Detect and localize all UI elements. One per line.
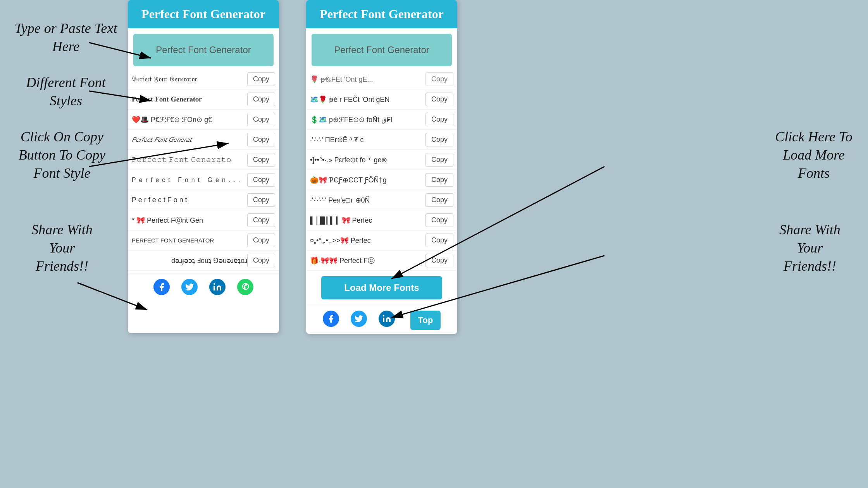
annotation-share-left: Share WithYourFriends!! bbox=[12, 221, 112, 275]
right1-copy-button-7[interactable]: Copy bbox=[425, 213, 453, 227]
right1-font-row-5: 🎃🎀 ƤЄƑ⊕ЄCT ƑÕÑ†g Copy bbox=[306, 170, 457, 190]
right1-font-row-0: 🌹 ᵽ€ᵲFEt 'Ont gE... Copy bbox=[306, 69, 457, 89]
left-phone-panel: Perfect Font Generator Perfect Font Gene… bbox=[128, 0, 279, 333]
right1-font-row-6: ·'·'·'·'·' Peя'e□т ⊕0Ñ Copy bbox=[306, 190, 457, 210]
right-panel-1-header: Perfect Font Generator bbox=[306, 0, 457, 28]
right1-font-row-1: 🗺️🌹 ᵽé r FEČt 'Ont gEN Copy bbox=[306, 89, 457, 110]
left-panel-title: Perfect Font Generator bbox=[133, 7, 274, 21]
right1-font-text-8: ¤„•°„.•..>>🎀 Perfec bbox=[310, 236, 425, 245]
font-row-9: PERFECT FONT GENERATOR Copy bbox=[128, 230, 279, 251]
font-text-5: 𝙿𝚎𝚛𝚏𝚎𝚌𝚝 𝙵𝚘𝚗𝚝 𝙶𝚎𝚗𝚎𝚛𝚊𝚝𝚘 bbox=[132, 156, 247, 164]
right1-font-text-9: 🎁·🎀🎀 Perfect Fⓒ bbox=[310, 256, 425, 265]
font-text-4: 𝘗𝘦𝘳𝘧𝘦𝘤𝘵 𝘍𝘰𝘯𝘵 𝘎𝘦𝘯𝘦𝘳𝘢𝘵 bbox=[132, 136, 247, 144]
copy-button-5[interactable]: Copy bbox=[247, 153, 275, 167]
right-panel-1-title: Perfect Font Generator bbox=[311, 7, 453, 21]
font-text-9: PERFECT FONT GENERATOR bbox=[132, 237, 247, 244]
right-panel-1-input[interactable]: Perfect Font Generator bbox=[312, 34, 452, 66]
copy-button-8[interactable]: Copy bbox=[247, 213, 275, 227]
font-text-6: Perfect Font Gen... bbox=[132, 177, 247, 184]
whatsapp-icon-left[interactable]: ✆ bbox=[237, 279, 253, 295]
left-input-text: Perfect Font Generator bbox=[156, 45, 251, 55]
font-row-1: 𝔓𝔢𝔯𝔣𝔢𝔠𝔱 𝔉𝔬𝔫𝔱 𝔊𝔢𝔫𝔢𝔯𝔞𝔱𝔬𝔯 Copy bbox=[128, 69, 279, 89]
font-row-3: ❤️🎩 P€ℱℱ€⊙ ℱOn⊙ g€ Copy bbox=[128, 110, 279, 130]
left-panel-header: Perfect Font Generator bbox=[128, 0, 279, 28]
font-row-7: P e r f e c t F o n t Copy bbox=[128, 190, 279, 210]
svg-point-1 bbox=[383, 315, 384, 316]
font-text-10: ɹoʇɐɹǝuǝ⅁ ʇuoℲ ʇɔǝɟɹǝd bbox=[132, 256, 247, 265]
facebook-icon-right1[interactable] bbox=[323, 311, 339, 327]
right1-copy-button-3[interactable]: Copy bbox=[425, 133, 453, 146]
right1-font-row-8: ¤„•°„.•..>>🎀 Perfec Copy bbox=[306, 230, 457, 251]
font-text-3: ❤️🎩 P€ℱℱ€⊙ ℱOn⊙ g€ bbox=[132, 115, 247, 124]
right1-social-bar: Top bbox=[306, 305, 457, 334]
top-button[interactable]: Top bbox=[410, 311, 441, 330]
twitter-icon-right1[interactable] bbox=[351, 311, 367, 327]
font-row-10: ɹoʇɐɹǝuǝ⅁ ʇuoℲ ʇɔǝɟɹǝd Copy bbox=[128, 251, 279, 271]
right1-copy-button-9[interactable]: Copy bbox=[425, 254, 453, 267]
annotation-different-fonts: Different FontStyles bbox=[12, 74, 120, 110]
copy-button-3[interactable]: Copy bbox=[247, 113, 275, 126]
right1-copy-button-0[interactable]: Copy bbox=[425, 72, 453, 86]
font-row-2: 𝐏𝐞𝐫𝐟𝐞𝐜𝐭 𝐅𝐨𝐧𝐭 𝐆𝐞𝐧𝐞𝐫𝐚𝐭𝐨𝐫 Copy bbox=[128, 89, 279, 110]
right1-font-row-7: ▌║█║▌║ 🎀 Perfec Copy bbox=[306, 210, 457, 230]
right1-font-text-6: ·'·'·'·'·' Peя'e□т ⊕0Ñ bbox=[310, 196, 425, 204]
font-text-1: 𝔓𝔢𝔯𝔣𝔢𝔠𝔱 𝔉𝔬𝔫𝔱 𝔊𝔢𝔫𝔢𝔯𝔞𝔱𝔬𝔯 bbox=[132, 75, 247, 83]
copy-button-4[interactable]: Copy bbox=[247, 133, 275, 146]
right1-font-text-0: 🌹 ᵽ€ᵲFEt 'Ont gE... bbox=[310, 75, 425, 84]
right1-copy-button-1[interactable]: Copy bbox=[425, 93, 453, 106]
twitter-icon-left[interactable] bbox=[181, 279, 198, 295]
right-panel-1-input-text: Perfect Font Generator bbox=[334, 45, 429, 55]
right1-font-text-4: •]••°•·.» Pεrfe⊙t fo ᵐ ge⊗ bbox=[310, 156, 425, 164]
copy-button-9[interactable]: Copy bbox=[247, 234, 275, 247]
right1-copy-button-2[interactable]: Copy bbox=[425, 113, 453, 126]
right1-font-row-3: ·'·'·'·' ΠΕr⊕Ē ª ₮ c Copy bbox=[306, 130, 457, 150]
linkedin-icon-right1[interactable] bbox=[379, 311, 395, 327]
linkedin-icon-left[interactable] bbox=[209, 279, 226, 295]
annotation-type-paste: Type or Paste TextHere bbox=[12, 19, 120, 56]
annotation-share-right: Share WithYourFriends!! bbox=[760, 221, 860, 275]
copy-button-2[interactable]: Copy bbox=[247, 93, 275, 106]
right1-font-text-2: 💲🗺️ p⊕ℱFE⊙⊙ foÑt ق₣l bbox=[310, 115, 425, 124]
font-row-5: 𝙿𝚎𝚛𝚏𝚎𝚌𝚝 𝙵𝚘𝚗𝚝 𝙶𝚎𝚗𝚎𝚛𝚊𝚝𝚘 Copy bbox=[128, 150, 279, 170]
copy-button-7[interactable]: Copy bbox=[247, 193, 275, 207]
right1-font-text-7: ▌║█║▌║ 🎀 Perfec bbox=[310, 216, 425, 225]
left-social-bar: ✆ bbox=[128, 273, 279, 299]
copy-button-10[interactable]: Copy bbox=[247, 254, 275, 267]
right1-font-row-4: •]••°•·.» Pεrfe⊙t fo ᵐ ge⊗ Copy bbox=[306, 150, 457, 170]
right1-copy-button-8[interactable]: Copy bbox=[425, 234, 453, 247]
left-input-box[interactable]: Perfect Font Generator bbox=[133, 34, 274, 66]
right1-font-text-5: 🎃🎀 ƤЄƑ⊕ЄCT ƑÕÑ†g bbox=[310, 176, 425, 184]
font-row-8: * 🎀 Perfect Fⓞnt Gen Copy bbox=[128, 210, 279, 230]
load-more-button-1[interactable]: Load More Fonts bbox=[321, 276, 442, 299]
right1-font-text-3: ·'·'·'·' ΠΕr⊕Ē ª ₮ c bbox=[310, 136, 425, 144]
annotation-click-copy: Click On CopyButton To CopyFont Style bbox=[4, 128, 120, 182]
right-phone-panel-1: Perfect Font Generator Perfect Font Gene… bbox=[306, 0, 457, 334]
right1-copy-button-4[interactable]: Copy bbox=[425, 153, 453, 167]
right1-font-row-2: 💲🗺️ p⊕ℱFE⊙⊙ foÑt ق₣l Copy bbox=[306, 110, 457, 130]
font-text-7: P e r f e c t F o n t bbox=[132, 196, 247, 204]
copy-button-1[interactable]: Copy bbox=[247, 72, 275, 86]
facebook-icon-left[interactable] bbox=[153, 279, 170, 295]
font-text-8: * 🎀 Perfect Fⓞnt Gen bbox=[132, 216, 247, 225]
annotation-click-load: Click Here ToLoad MoreFonts bbox=[763, 128, 864, 182]
copy-button-6[interactable]: Copy bbox=[247, 173, 275, 187]
svg-point-0 bbox=[214, 283, 215, 285]
right1-font-row-9: 🎁·🎀🎀 Perfect Fⓒ Copy bbox=[306, 251, 457, 271]
font-text-2: 𝐏𝐞𝐫𝐟𝐞𝐜𝐭 𝐅𝐨𝐧𝐭 𝐆𝐞𝐧𝐞𝐫𝐚𝐭𝐨𝐫 bbox=[132, 95, 247, 103]
right1-copy-button-6[interactable]: Copy bbox=[425, 193, 453, 207]
right1-copy-button-5[interactable]: Copy bbox=[425, 173, 453, 187]
right1-font-text-1: 🗺️🌹 ᵽé r FEČt 'Ont gEN bbox=[310, 95, 425, 104]
font-row-6: Perfect Font Gen... Copy bbox=[128, 170, 279, 190]
font-row-4: 𝘗𝘦𝘳𝘧𝘦𝘤𝘵 𝘍𝘰𝘯𝘵 𝘎𝘦𝘯𝘦𝘳𝘢𝘵 Copy bbox=[128, 130, 279, 150]
